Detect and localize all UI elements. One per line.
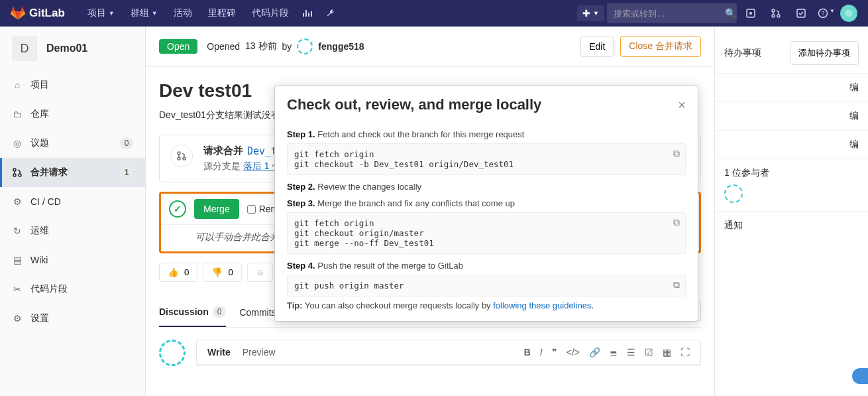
italic-icon[interactable]: I bbox=[540, 347, 543, 358]
issues-shortcut-icon[interactable] bbox=[739, 8, 762, 19]
svg-text:?: ? bbox=[822, 10, 825, 17]
gitlab-logo[interactable]: GitLab bbox=[11, 6, 65, 21]
sidebar-item-label: 仓库 bbox=[30, 108, 49, 120]
nav-项目[interactable]: 项目▼ bbox=[81, 0, 121, 27]
add-reaction-button[interactable]: ☺ bbox=[247, 263, 274, 282]
mr-header: Open Opened 13 秒前 by fengge518 Edit Clos… bbox=[146, 27, 714, 67]
sidebar-badge: 1 bbox=[120, 166, 133, 178]
sidebar-item-ci[interactable]: ⚙CI / CD bbox=[0, 187, 145, 216]
write-tab[interactable]: Write bbox=[207, 347, 231, 358]
set-icon: ⚙ bbox=[12, 313, 23, 324]
numbered-list-icon[interactable]: ☰ bbox=[627, 347, 635, 358]
plus-icon: ✚ bbox=[582, 8, 590, 19]
todo-label: 待办事项 bbox=[724, 47, 761, 59]
bold-icon[interactable]: B bbox=[524, 347, 531, 358]
sidebar-item-label: CI / CD bbox=[30, 196, 61, 207]
thumbs-up-button[interactable]: 👍0 bbox=[159, 263, 197, 282]
sidebar-item-ops[interactable]: ↻运维 bbox=[0, 216, 145, 245]
nav-代码片段[interactable]: 代码片段 bbox=[245, 0, 296, 27]
modal-close-button[interactable]: × bbox=[678, 98, 686, 113]
edit-button[interactable]: Edit bbox=[580, 36, 614, 57]
quote-icon[interactable]: ❞ bbox=[552, 347, 557, 358]
nav-群组[interactable]: 群组▼ bbox=[124, 0, 164, 27]
merge-requests-shortcut-icon[interactable] bbox=[765, 8, 787, 19]
global-search[interactable]: 🔍 bbox=[607, 3, 737, 23]
issues-icon: ◎ bbox=[12, 138, 23, 149]
add-todo-button[interactable]: 添加待办事项 bbox=[790, 41, 859, 65]
sidebar-item-wiki[interactable]: ▤Wiki bbox=[0, 245, 145, 275]
merge-request-icon bbox=[170, 145, 193, 167]
nav-里程碑[interactable]: 里程碑 bbox=[201, 0, 243, 27]
search-input[interactable] bbox=[614, 9, 725, 19]
current-user-avatar bbox=[159, 340, 186, 366]
assignee-section[interactable]: 编 bbox=[715, 74, 868, 102]
copy-icon[interactable]: ⧉ bbox=[673, 148, 680, 159]
sidebar-badge: 0 bbox=[120, 137, 133, 149]
link-icon[interactable]: 🔗 bbox=[589, 347, 600, 358]
copy-icon[interactable]: ⧉ bbox=[673, 217, 680, 228]
sidebar-item-label: 代码片段 bbox=[30, 283, 68, 295]
tab-discussion[interactable]: Discussion0 bbox=[159, 298, 226, 327]
ops-icon: ↻ bbox=[12, 226, 23, 236]
participant-avatar[interactable] bbox=[724, 184, 743, 203]
guidelines-link[interactable]: following these guidelines bbox=[493, 300, 591, 310]
copy-icon[interactable]: ⧉ bbox=[673, 279, 680, 291]
bullet-list-icon[interactable]: ≣ bbox=[610, 347, 618, 358]
admin-wrench-icon[interactable] bbox=[319, 0, 342, 27]
floating-action-button[interactable] bbox=[852, 368, 868, 384]
sidebar-item-home[interactable]: ⌂项目 bbox=[0, 70, 145, 99]
code-icon[interactable]: </> bbox=[567, 347, 580, 358]
sidebar-item-snip[interactable]: ✂代码片段 bbox=[0, 275, 145, 304]
labels-section[interactable]: 编 bbox=[715, 131, 868, 159]
code-step4: git push origin master⧉ bbox=[287, 275, 686, 297]
comment-editor[interactable]: Write Preview B I ❞ </> 🔗 ≣ ☰ ☑ ▦ bbox=[196, 340, 701, 366]
notifications-label: 通知 bbox=[724, 220, 743, 231]
svg-point-13 bbox=[183, 157, 186, 160]
mr-right-sidebar: 待办事项 添加待办事项 编 编 编 1 位参与者 通知 bbox=[714, 27, 868, 396]
merge-button[interactable]: Merge bbox=[194, 199, 239, 219]
checkout-locally-modal: Check out, review, and merge locally × S… bbox=[274, 85, 698, 322]
sidebar-project-header[interactable]: D Demo01 bbox=[0, 27, 145, 70]
sidebar-item-issues[interactable]: ◎议题0 bbox=[0, 129, 145, 158]
svg-point-10 bbox=[19, 174, 21, 176]
sidebar-item-label: Wiki bbox=[30, 255, 48, 265]
activity-graph-icon[interactable] bbox=[296, 0, 319, 27]
svg-point-9 bbox=[13, 174, 16, 176]
nav-活动[interactable]: 活动 bbox=[167, 0, 199, 27]
main-content: Open Opened 13 秒前 by fengge518 Edit Clos… bbox=[146, 27, 714, 396]
svg-point-12 bbox=[178, 157, 180, 160]
author-name[interactable]: fengge518 bbox=[318, 41, 364, 52]
sidebar-item-set[interactable]: ⚙设置 bbox=[0, 304, 145, 333]
todos-shortcut-icon[interactable] bbox=[790, 8, 812, 19]
user-avatar[interactable] bbox=[840, 5, 857, 22]
sidebar-item-label: 议题 bbox=[30, 137, 49, 149]
sidebar-item-label: 合并请求 bbox=[30, 166, 68, 178]
help-dropdown[interactable]: ?▼ bbox=[815, 8, 838, 19]
mr-opened-meta: Opened 13 秒前 by fengge518 bbox=[207, 38, 364, 54]
thumbs-down-icon: 👎 bbox=[211, 267, 223, 277]
sidebar-item-label: 设置 bbox=[30, 312, 49, 324]
fullscreen-icon[interactable]: ⛶ bbox=[680, 347, 690, 358]
project-sidebar: D Demo01 ⌂项目🗀仓库◎议题0合并请求1⚙CI / CD↻运维▤Wiki… bbox=[0, 27, 146, 396]
preview-tab[interactable]: Preview bbox=[243, 347, 276, 358]
caret-down-icon: ▼ bbox=[109, 10, 115, 17]
code-step1: git fetch origin git checkout -b Dev_tes… bbox=[287, 143, 686, 175]
task-list-icon[interactable]: ☑ bbox=[645, 347, 653, 358]
thumbs-down-button[interactable]: 👎0 bbox=[203, 263, 241, 282]
milestone-section[interactable]: 编 bbox=[715, 102, 868, 131]
modal-title: Check out, review, and merge locally bbox=[287, 96, 541, 113]
tanuki-icon bbox=[11, 6, 25, 21]
sidebar-item-mr[interactable]: 合并请求1 bbox=[0, 158, 145, 187]
sidebar-item-repo[interactable]: 🗀仓库 bbox=[0, 99, 145, 129]
mergeable-check-icon: ✓ bbox=[169, 200, 186, 218]
top-nav-links: 项目▼群组▼活动里程碑代码片段 bbox=[81, 0, 296, 27]
author-avatar bbox=[297, 38, 313, 54]
top-navbar: GitLab 项目▼群组▼活动里程碑代码片段 ✚▼ 🔍 ?▼ bbox=[0, 0, 868, 27]
new-dropdown[interactable]: ✚▼ bbox=[577, 5, 604, 21]
mr-icon bbox=[12, 167, 23, 178]
sidebar-item-label: 运维 bbox=[30, 225, 49, 237]
brand-name: GitLab bbox=[29, 7, 65, 20]
code-step3: git fetch origin git checkout origin/mas… bbox=[287, 212, 686, 254]
table-icon[interactable]: ▦ bbox=[663, 347, 671, 358]
close-mr-button[interactable]: Close 合并请求 bbox=[620, 36, 701, 57]
